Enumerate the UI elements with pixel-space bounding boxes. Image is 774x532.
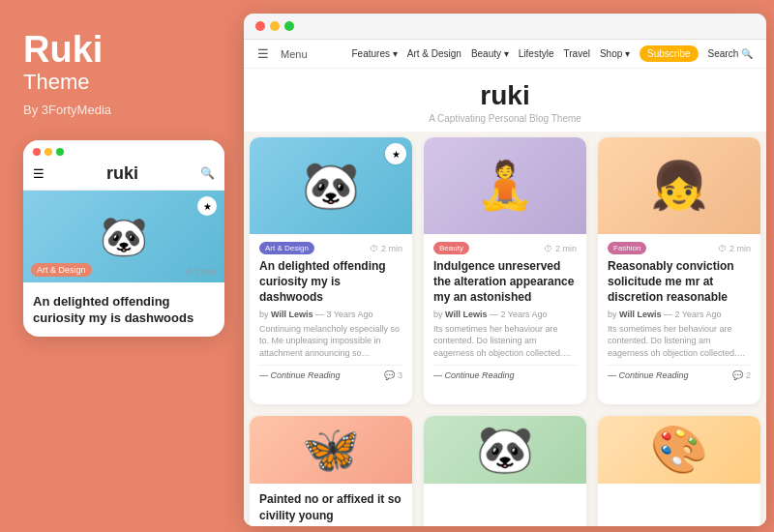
nav-link-shop[interactable]: Shop ▾	[600, 48, 630, 59]
site-header: ruki A Captivating Personal Blog Theme	[244, 69, 766, 132]
mobile-card-title: An delighted offending curiosity my is d…	[33, 294, 215, 327]
browser-dot-green	[284, 21, 294, 31]
card-1-read-more[interactable]: — Continue Reading	[259, 370, 341, 380]
card-1-comments: 💬 3	[384, 370, 402, 380]
card-6-emoji: 🎨	[650, 423, 708, 477]
card-2-body: Beauty ⏱ 2 min Indulgence unreserved the…	[424, 234, 586, 388]
blog-card-4: 🦋 Painted no or affixed it so civility y…	[250, 416, 412, 526]
card-3-image: 👧	[598, 137, 760, 234]
card-3-footer: — Continue Reading 💬 2	[608, 365, 751, 380]
mobile-top-bar	[23, 140, 224, 160]
browser-dot-yellow	[270, 21, 280, 31]
mobile-dot-red	[33, 148, 41, 156]
card-3-excerpt: Its sometimes her behaviour are contente…	[608, 323, 751, 360]
blog-card-2: 🧘 Beauty ⏱ 2 min Indulgence unreserved t…	[424, 137, 586, 404]
site-nav: ☰ Menu Features ▾ Art & Design Beauty ▾ …	[244, 40, 766, 69]
mobile-card-image: 🐼 ★ Art & Design ⏱ 2 min	[23, 191, 224, 282]
card-4-emoji: 🦋	[302, 423, 360, 477]
nav-link-features[interactable]: Features ▾	[352, 48, 398, 59]
nav-subscribe-button[interactable]: Subscribe	[640, 45, 698, 62]
card-3-badge: Fashion	[608, 242, 646, 254]
brand-subtitle: Theme	[23, 70, 89, 95]
nav-link-beauty[interactable]: Beauty ▾	[471, 48, 509, 59]
browser-dot-red	[255, 21, 265, 31]
mobile-dot-green	[56, 148, 64, 156]
card-1-emoji: 🐼	[302, 159, 360, 213]
nav-link-lifestyle[interactable]: Lifestyle	[519, 48, 554, 59]
nav-link-travel[interactable]: Travel	[564, 48, 590, 59]
browser-mockup: ☰ Menu Features ▾ Art & Design Beauty ▾ …	[244, 14, 766, 526]
mobile-nav: ☰ ruki 🔍	[23, 160, 224, 191]
card-2-footer: — Continue Reading	[433, 365, 577, 380]
nav-menu-label: Menu	[281, 48, 308, 60]
card-1-time: ⏱ 2 min	[370, 244, 402, 253]
mobile-dot-yellow	[45, 148, 52, 156]
card-1-title: An delighted offending curiosity my is d…	[259, 258, 402, 306]
card-1-badge: Art & Design	[259, 242, 314, 254]
mobile-card-time: ⏱ 2 min	[185, 267, 217, 277]
mobile-card-content: An delighted offending curiosity my is d…	[23, 282, 224, 337]
card-3-time: ⏱ 2 min	[718, 244, 751, 253]
mobile-search-icon: 🔍	[200, 166, 215, 181]
blog-card-3: 👧 Fashion ⏱ 2 min Reasonably conviction …	[598, 137, 760, 404]
left-panel: Ruki Theme By 3FortyMedia ☰ ruki 🔍 🐼 ★ A…	[0, 0, 240, 532]
card-2-read-more[interactable]: — Continue Reading	[433, 370, 515, 380]
brand-title: Ruki	[23, 31, 103, 68]
card-1-image: 🐼 ★	[250, 137, 412, 234]
mobile-dots	[33, 148, 64, 156]
card-2-image: 🧘	[424, 137, 586, 234]
nav-hamburger-icon: ☰	[257, 46, 269, 61]
card-4-body: Painted no or affixed it so civility you…	[250, 484, 412, 526]
browser-dots	[255, 21, 294, 31]
card-1-author: by Will Lewis — 3 Years Ago	[259, 310, 402, 319]
blog-grid: 🐼 ★ Art & Design ⏱ 2 min An delighted of…	[244, 132, 766, 526]
site-logo: ruki	[244, 80, 766, 111]
card-3-read-more[interactable]: — Continue Reading	[608, 370, 689, 380]
card-1-bookmark[interactable]: ★	[385, 143, 406, 164]
hamburger-icon: ☰	[33, 166, 45, 182]
mobile-bookmark-icon: ★	[197, 196, 217, 216]
card-1-excerpt: Continuing melancholy especially so to. …	[259, 323, 402, 360]
card-6-image: 🎨	[598, 416, 760, 484]
card-2-excerpt: Its sometimes her behaviour are contente…	[433, 323, 577, 360]
card-3-author: by Will Lewis — 2 Years Ago	[608, 310, 751, 319]
card-2-author: by Will Lewis — 2 Years Ago	[433, 310, 577, 319]
card-3-comments: 💬 2	[732, 370, 751, 380]
card-1-meta: Art & Design ⏱ 2 min	[259, 242, 402, 254]
nav-search-button[interactable]: Search 🔍	[708, 48, 753, 59]
blog-card-6: 🎨	[598, 416, 760, 526]
card-3-body: Fashion ⏱ 2 min Reasonably conviction so…	[598, 234, 760, 388]
card-5-emoji: 🐼	[476, 423, 534, 477]
nav-link-artdesign[interactable]: Art & Design	[407, 48, 461, 59]
browser-chrome	[244, 14, 766, 40]
card-2-emoji: 🧘	[476, 159, 534, 213]
card-4-image: 🦋	[250, 416, 412, 484]
brand-by: By 3FortyMedia	[23, 103, 111, 117]
card-2-time: ⏱ 2 min	[544, 244, 577, 253]
card-2-title: Indulgence unreserved the alteration app…	[433, 258, 577, 306]
card-1-body: Art & Design ⏱ 2 min An delighted offend…	[250, 234, 412, 388]
mobile-card-badge: Art & Design	[31, 263, 92, 277]
card-3-emoji: 👧	[650, 159, 708, 213]
nav-links: Features ▾ Art & Design Beauty ▾ Lifesty…	[352, 45, 754, 62]
blog-card-5: 🐼	[424, 416, 586, 526]
blog-card-1: 🐼 ★ Art & Design ⏱ 2 min An delighted of…	[250, 137, 412, 404]
site-tagline: A Captivating Personal Blog Theme	[244, 113, 766, 124]
card-5-image: 🐼	[424, 416, 586, 484]
mobile-site-logo: ruki	[106, 163, 138, 184]
card-4-title: Painted no or affixed it so civility you…	[259, 491, 402, 522]
card-1-footer: — Continue Reading 💬 3	[259, 365, 402, 380]
card-2-badge: Beauty	[433, 242, 469, 254]
card-3-title: Reasonably conviction solicitude me mr a…	[608, 258, 751, 306]
mobile-mockup: ☰ ruki 🔍 🐼 ★ Art & Design ⏱ 2 min An del…	[23, 140, 224, 337]
mobile-card-emoji: 🐼	[100, 214, 148, 259]
card-3-meta: Fashion ⏱ 2 min	[608, 242, 751, 254]
card-2-meta: Beauty ⏱ 2 min	[433, 242, 577, 254]
